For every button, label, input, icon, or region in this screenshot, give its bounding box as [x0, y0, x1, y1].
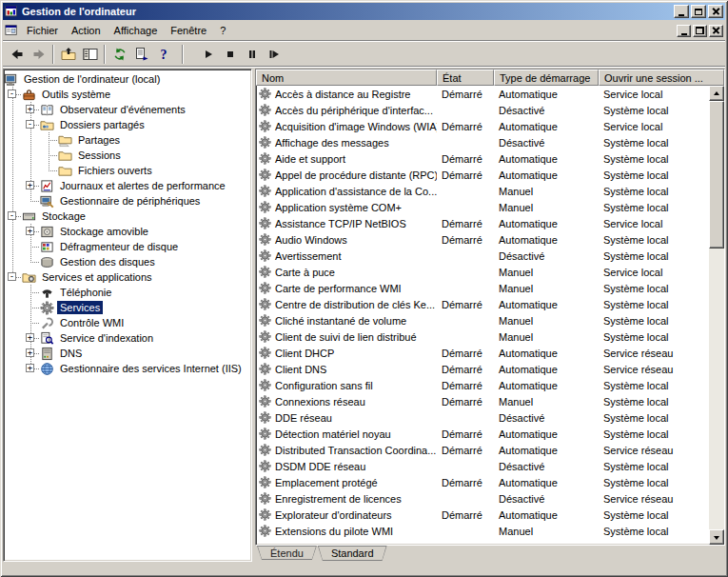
- service-row[interactable]: Configuration sans filDémarréAutomatique…: [256, 377, 709, 393]
- scroll-up-button[interactable]: [709, 86, 724, 101]
- menu-item-4[interactable]: ?: [213, 22, 232, 39]
- title-bar[interactable]: Gestion de l'ordinateur: [3, 3, 725, 20]
- tree-item-label[interactable]: Contrôle WMI: [57, 316, 127, 329]
- tree-item-label[interactable]: Téléphonie: [57, 286, 114, 299]
- close-button[interactable]: [708, 5, 723, 18]
- service-row[interactable]: Accès du périphérique d'interfac...Désac…: [256, 102, 709, 118]
- service-row[interactable]: Application système COM+ManuelSystème lo…: [256, 199, 709, 215]
- expand-icon[interactable]: +: [26, 227, 34, 235]
- tree-item[interactable]: Téléphonie: [4, 285, 251, 300]
- tree-item-label[interactable]: Services: [57, 301, 103, 314]
- expand-icon[interactable]: +: [26, 364, 34, 372]
- tree-item-label[interactable]: DNS: [57, 347, 85, 360]
- service-row[interactable]: DDE réseauDésactivéSystème local: [256, 409, 709, 426]
- tree-item[interactable]: -Stockage: [4, 209, 251, 224]
- expand-icon[interactable]: +: [26, 105, 34, 113]
- tree-item[interactable]: Défragmenteur de disque: [4, 239, 251, 254]
- tree-item[interactable]: +Observateur d'événements: [4, 102, 251, 117]
- service-row[interactable]: DSDM DDE réseauDésactivéSystème local: [256, 458, 709, 474]
- tree-item-label[interactable]: Sessions: [75, 149, 124, 162]
- tree-item-label[interactable]: Stockage amovible: [57, 225, 151, 238]
- menu-item-1[interactable]: Action: [65, 22, 108, 39]
- tree-item[interactable]: Fichiers ouverts: [4, 163, 251, 178]
- service-row[interactable]: Audio WindowsDémarréAutomatiqueSystème l…: [256, 231, 709, 248]
- service-row[interactable]: Connexions réseauDémarréManuelSystème lo…: [256, 393, 709, 409]
- tree-item-label[interactable]: Gestionnaire de périphériques: [57, 194, 203, 208]
- tree-item[interactable]: +Service d'indexation: [4, 330, 251, 346]
- tree-item-label[interactable]: Gestion de l'ordinateur (local): [21, 72, 163, 86]
- restart-service-button[interactable]: [263, 44, 285, 65]
- service-row[interactable]: Acquisition d'image Windows (WIA)Démarré…: [256, 118, 709, 134]
- service-row[interactable]: Extensions du pilote WMIManuelSystème lo…: [256, 523, 709, 539]
- service-row[interactable]: Client DNSDémarréAutomatiqueService rése…: [256, 361, 709, 377]
- start-service-button[interactable]: [197, 44, 219, 65]
- tree-item[interactable]: Sessions: [4, 148, 251, 163]
- child-close-button[interactable]: [709, 25, 723, 37]
- service-row[interactable]: Enregistrement de licencesDésactivéServi…: [256, 490, 709, 507]
- service-row[interactable]: Carte à puceManuelService local: [256, 264, 709, 280]
- tree-item[interactable]: +DNS: [4, 346, 251, 361]
- service-row[interactable]: Cliché instantané de volumeManuelSystème…: [256, 312, 709, 328]
- tree-item[interactable]: Contrôle WMI: [4, 315, 251, 330]
- child-minimize-button[interactable]: [677, 25, 691, 37]
- tree-item[interactable]: +Gestionnaire des services Internet (IIS…: [4, 361, 251, 376]
- tree-item-label[interactable]: Service d'indexation: [57, 331, 156, 345]
- service-row[interactable]: Accès à distance au RegistreDémarréAutom…: [256, 86, 709, 102]
- tree-item[interactable]: Gestion de l'ordinateur (local): [4, 71, 251, 87]
- stop-service-button[interactable]: [219, 44, 241, 65]
- tree-item-label[interactable]: Gestionnaire des services Internet (IIS): [57, 362, 245, 375]
- service-row[interactable]: Appel de procédure distante (RPC)Démarré…: [256, 167, 709, 183]
- service-row[interactable]: Distributed Transaction Coordina...Démar…: [256, 442, 709, 458]
- column-header-0[interactable]: Nom: [256, 70, 437, 86]
- collapse-icon[interactable]: -: [8, 272, 16, 281]
- tree-item[interactable]: Gestionnaire de périphériques: [4, 193, 251, 209]
- tree-item[interactable]: Services: [4, 300, 251, 315]
- tree-item-label[interactable]: Journaux et alertes de performance: [57, 179, 228, 192]
- pause-service-button[interactable]: [241, 44, 263, 65]
- menu-item-2[interactable]: Affichage: [108, 22, 165, 39]
- tree-item-label[interactable]: Services et applications: [39, 270, 155, 284]
- export-list-button[interactable]: [130, 44, 152, 65]
- tab-standard[interactable]: Standard: [318, 546, 387, 561]
- expand-icon[interactable]: +: [26, 348, 34, 357]
- service-row[interactable]: Centre de distribution de clés Ke...Déma…: [256, 296, 709, 312]
- tree-item[interactable]: -Dossiers partagés: [4, 117, 251, 132]
- service-row[interactable]: Application d'assistance de la Co...Manu…: [256, 183, 709, 199]
- child-restore-button[interactable]: [693, 25, 707, 37]
- service-row[interactable]: Affichage des messagesDésactivéSystème l…: [256, 134, 709, 150]
- maximize-button[interactable]: [691, 5, 706, 18]
- help-button[interactable]: ?: [152, 44, 174, 65]
- scroll-down-button[interactable]: [709, 529, 724, 545]
- tree-item-label[interactable]: Gestion des disques: [57, 255, 158, 269]
- column-header-1[interactable]: État: [437, 70, 494, 86]
- service-row[interactable]: Aide et supportDémarréAutomatiqueSystème…: [256, 150, 709, 167]
- vertical-scrollbar[interactable]: [709, 86, 724, 545]
- tab--tendu[interactable]: Étendu: [257, 546, 317, 560]
- tree-item-label[interactable]: Défragmenteur de disque: [57, 240, 181, 253]
- service-row[interactable]: Carte de performance WMIManuelSystème lo…: [256, 280, 709, 296]
- tree-item-label[interactable]: Fichiers ouverts: [75, 164, 155, 177]
- menu-item-3[interactable]: Fenêtre: [164, 22, 213, 39]
- tree-item-label[interactable]: Partages: [75, 133, 123, 147]
- tree-item-label[interactable]: Dossiers partagés: [57, 118, 148, 131]
- tree-item[interactable]: -Outils système: [4, 87, 251, 102]
- collapse-icon[interactable]: -: [26, 120, 34, 129]
- tree-item[interactable]: +Stockage amovible: [4, 224, 251, 239]
- scrollbar-thumb[interactable]: [709, 101, 724, 249]
- collapse-icon[interactable]: -: [8, 90, 16, 98]
- tree-item[interactable]: Gestion des disques: [4, 254, 251, 269]
- scrollbar-track[interactable]: [709, 101, 724, 529]
- minimize-button[interactable]: [674, 5, 689, 18]
- tree-item[interactable]: +Journaux et alertes de performance: [4, 178, 251, 193]
- tree-item-label[interactable]: Stockage: [39, 209, 89, 223]
- refresh-button[interactable]: [108, 44, 130, 65]
- back-button[interactable]: [6, 44, 28, 65]
- service-row[interactable]: Détection matériel noyauDémarréAutomatiq…: [256, 426, 709, 442]
- tree-item-label[interactable]: Outils système: [39, 88, 113, 101]
- tree-item[interactable]: Partages: [4, 132, 251, 148]
- tree-item[interactable]: -Services et applications: [4, 269, 251, 285]
- menu-item-0[interactable]: Fichier: [20, 22, 65, 39]
- service-row[interactable]: AvertissementDésactivéSystème local: [256, 248, 709, 264]
- service-row[interactable]: Client de suivi de lien distribuéManuelS…: [256, 328, 709, 345]
- up-one-level-button[interactable]: [57, 44, 79, 65]
